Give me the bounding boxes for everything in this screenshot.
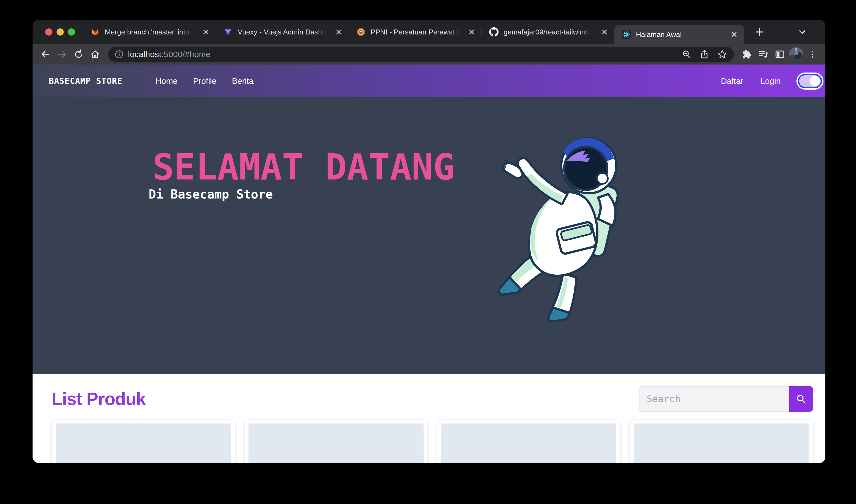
tab-close-icon[interactable] [729,30,739,39]
media-controls-icon[interactable] [756,47,771,62]
new-tab-button[interactable] [752,24,767,40]
search-button[interactable] [789,386,813,412]
back-icon[interactable] [38,47,53,62]
tab-title: Merge branch 'master' into 'jiha [105,28,196,36]
web-page: BASECAMP STORE Home Profile Berita Dafta… [33,65,825,463]
tab-title: PPNI - Persatuan Perawat Nasio [371,28,462,36]
nav-link-berita[interactable]: Berita [232,76,253,86]
site-navbar: BASECAMP STORE Home Profile Berita Dafta… [33,65,825,97]
nav-actions: Daftar Login [721,74,824,88]
product-card[interactable] [244,419,428,463]
tab-ppni[interactable]: PPNI - Persatuan Perawat Nasio [349,20,482,44]
product-image-placeholder [248,424,424,463]
url-path: :5000/#home [161,50,210,59]
tab-github-repo[interactable]: gemafajar09/react-tailwind [482,20,614,44]
tab-search-chevron-icon[interactable] [796,25,809,39]
url-bar[interactable]: localhost:5000/#home [108,47,734,62]
forward-icon[interactable] [55,47,70,62]
products-heading: List Produk [52,389,146,409]
minimize-window-button[interactable] [56,29,64,36]
product-image-placeholder [56,424,231,463]
tab-close-icon[interactable] [201,27,211,37]
window-controls [33,20,83,44]
tab-title: Vuexy - Vuejs Admin Dashboard [238,28,329,36]
product-card[interactable] [629,419,813,463]
share-icon[interactable] [700,50,709,59]
maximize-window-button[interactable] [68,29,75,36]
close-window-button[interactable] [45,29,52,36]
ppni-icon [356,27,366,37]
dark-mode-toggle[interactable] [798,74,822,88]
browser-menu-dots-icon[interactable] [805,47,820,62]
tab-close-icon[interactable] [467,27,477,37]
gitlab-icon [90,27,100,37]
product-image-placeholder [441,424,616,463]
sidebar-icon[interactable] [772,47,787,62]
product-image-placeholder [634,424,809,463]
search-input[interactable] [639,386,789,412]
nav-link-profile[interactable]: Profile [193,76,216,86]
login-link[interactable]: Login [761,76,781,86]
site-info-icon[interactable] [115,50,124,59]
react-icon [622,30,631,39]
tab-vuexy[interactable]: Vuexy - Vuejs Admin Dashboard [216,20,349,44]
nav-link-home[interactable]: Home [156,76,178,86]
nav-links: Home Profile Berita [156,76,253,86]
hero-section: SELAMAT DATANG Di Basecamp Store [33,97,825,374]
zoom-out-icon[interactable] [682,50,691,59]
tab-gitlab-merge[interactable]: Merge branch 'master' into 'jiha [83,20,216,44]
tab-title: gemafajar09/react-tailwind [503,28,594,36]
browser-window: Merge branch 'master' into 'jiha Vuexy -… [33,20,825,463]
home-icon[interactable] [88,47,103,62]
search-bar [639,386,813,412]
search-icon [796,394,806,404]
url-host: localhost [128,50,161,59]
extensions-puzzle-icon[interactable] [739,47,754,62]
tab-close-icon[interactable] [334,27,344,37]
brand-logo[interactable]: BASECAMP STORE [49,76,122,86]
hero-title: SELAMAT DATANG [153,149,455,185]
tabs: Merge branch 'master' into 'jiha Vuexy -… [83,20,744,44]
tab-title: Halaman Awal [636,30,724,39]
reload-icon[interactable] [71,47,86,62]
profile-avatar[interactable] [789,47,803,61]
vuexy-icon [224,27,233,37]
product-card[interactable] [52,419,235,463]
astronaut-illustration [494,135,625,322]
daftar-link[interactable]: Daftar [721,76,744,86]
product-card-grid [52,419,813,463]
product-card[interactable] [437,419,621,463]
browser-toolbar: localhost:5000/#home [33,44,825,65]
tab-halaman-awal-active[interactable]: Halaman Awal [614,25,744,44]
bookmark-star-icon[interactable] [717,49,727,59]
tab-strip: Merge branch 'master' into 'jiha Vuexy -… [33,20,825,44]
hero-subtitle: Di Basecamp Store [149,187,273,201]
github-icon [489,27,499,37]
url-text[interactable]: localhost:5000/#home [128,50,211,59]
tab-close-icon[interactable] [600,27,609,37]
toggle-knob [810,76,820,86]
products-section: List Produk [33,374,825,463]
